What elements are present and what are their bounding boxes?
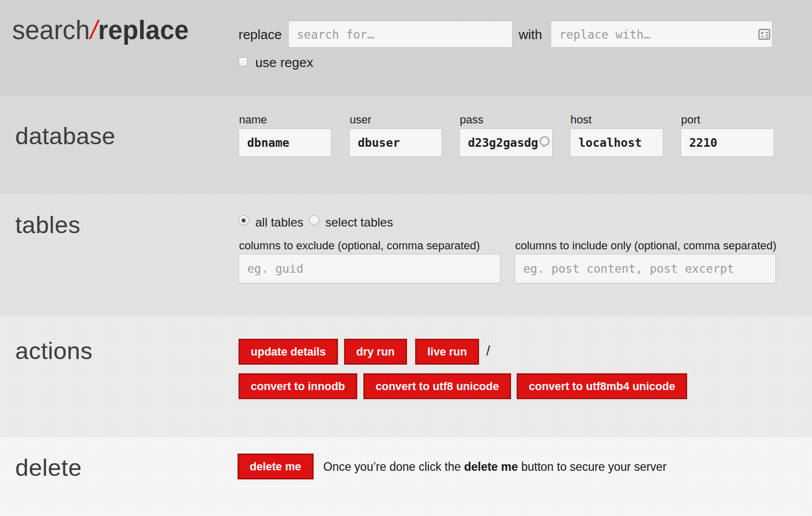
tables-heading: tables bbox=[15, 211, 80, 239]
select-tables-radio[interactable] bbox=[309, 215, 319, 225]
columns-include-label: columns to include only (optional, comma… bbox=[515, 239, 776, 252]
db-port-input[interactable] bbox=[681, 128, 774, 157]
convert-utf8-button[interactable]: convert to utf8 unicode bbox=[363, 373, 511, 399]
delete-note: Once you’re done click the delete me but… bbox=[323, 460, 666, 474]
replace-label: replace bbox=[239, 27, 282, 43]
section-tables: tables all tables select tables columns … bbox=[0, 194, 812, 316]
db-pass-input[interactable] bbox=[459, 128, 553, 157]
search-for-input[interactable] bbox=[288, 21, 513, 48]
actions-heading: actions bbox=[15, 337, 92, 365]
delete-heading: delete bbox=[15, 454, 82, 481]
delete-me-button[interactable]: delete me bbox=[238, 454, 314, 479]
all-tables-radio[interactable] bbox=[239, 215, 249, 225]
dry-run-button[interactable]: dry run bbox=[344, 339, 407, 365]
section-database: database name user pass host port bbox=[0, 96, 812, 194]
update-details-button[interactable]: update details bbox=[239, 339, 338, 365]
db-pass-label: pass bbox=[460, 113, 483, 126]
app-logo: search/replace bbox=[12, 15, 189, 45]
logo-replace-text: replace bbox=[98, 16, 189, 45]
section-search-replace: search/replace replace with use regex bbox=[0, 0, 812, 96]
delete-note-bold: delete me bbox=[464, 460, 518, 473]
use-regex-checkbox[interactable] bbox=[239, 57, 248, 67]
live-run-button[interactable]: live run bbox=[415, 339, 479, 365]
db-name-label: name bbox=[239, 113, 267, 126]
section-delete: delete delete me Once you’re done click … bbox=[0, 437, 812, 516]
select-tables-label: select tables bbox=[325, 215, 393, 230]
db-name-input[interactable] bbox=[239, 128, 331, 157]
all-tables-label: all tables bbox=[255, 215, 303, 230]
db-port-label: port bbox=[681, 113, 700, 126]
logo-search-text: search bbox=[12, 16, 90, 45]
db-host-label: host bbox=[570, 113, 592, 126]
delete-note-prefix: Once you’re done click the bbox=[323, 460, 464, 473]
logo-slash: / bbox=[90, 16, 98, 45]
with-label: with bbox=[519, 27, 542, 43]
replace-with-input[interactable] bbox=[551, 21, 772, 48]
section-actions: actions update details dry run live run … bbox=[0, 316, 812, 437]
db-user-label: user bbox=[350, 113, 371, 126]
convert-utf8mb4-button[interactable]: convert to utf8mb4 unicode bbox=[517, 373, 687, 399]
db-user-input[interactable] bbox=[349, 128, 442, 157]
columns-exclude-input[interactable] bbox=[239, 254, 500, 283]
columns-include-input[interactable] bbox=[515, 254, 776, 283]
delete-note-suffix: button to secure your server bbox=[518, 460, 667, 473]
convert-innodb-button[interactable]: convert to innodb bbox=[239, 373, 357, 399]
database-heading: database bbox=[15, 122, 115, 150]
columns-exclude-label: columns to exclude (optional, comma sepa… bbox=[239, 239, 480, 252]
db-host-input[interactable] bbox=[570, 128, 663, 157]
use-regex-label: use regex bbox=[255, 55, 313, 71]
actions-separator: / bbox=[486, 343, 490, 359]
search-replace-db-page: search/replace replace with use regex da… bbox=[0, 0, 812, 516]
